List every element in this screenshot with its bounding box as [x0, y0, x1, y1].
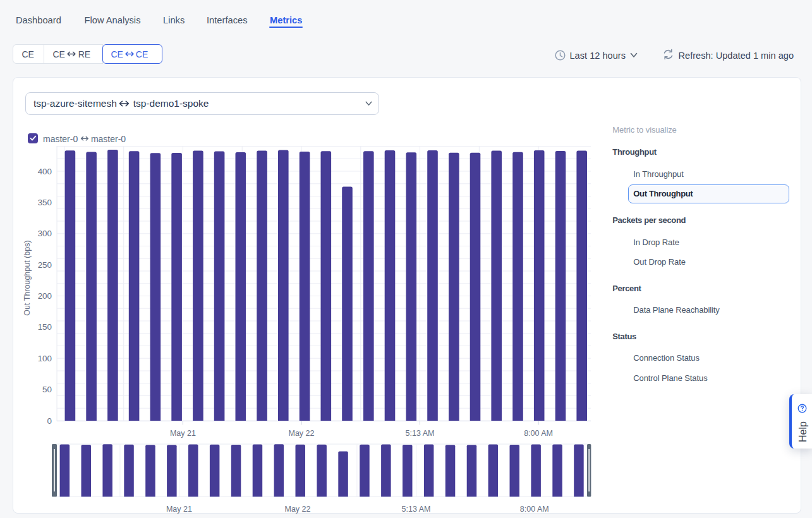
svg-text:May 21: May 21	[170, 429, 196, 438]
svg-text:300: 300	[38, 229, 52, 238]
svg-text:5:13 AM: 5:13 AM	[402, 505, 431, 514]
svg-text:100: 100	[38, 354, 52, 363]
svg-text:8:00 AM: 8:00 AM	[520, 505, 549, 514]
svg-text:May 22: May 22	[285, 505, 311, 514]
svg-text:May 22: May 22	[289, 429, 315, 438]
svg-text:May 21: May 21	[166, 505, 192, 514]
svg-text:350: 350	[38, 198, 52, 207]
svg-text:5:13 AM: 5:13 AM	[406, 429, 435, 438]
svg-text:150: 150	[38, 322, 52, 332]
svg-text:200: 200	[38, 291, 52, 301]
svg-text:0: 0	[47, 416, 52, 426]
svg-text:400: 400	[38, 167, 52, 176]
svg-text:8:00 AM: 8:00 AM	[524, 429, 553, 438]
svg-text:50: 50	[42, 385, 52, 394]
svg-text:Out Throughput (bps): Out Throughput (bps)	[23, 240, 32, 315]
svg-text:250: 250	[38, 260, 52, 270]
